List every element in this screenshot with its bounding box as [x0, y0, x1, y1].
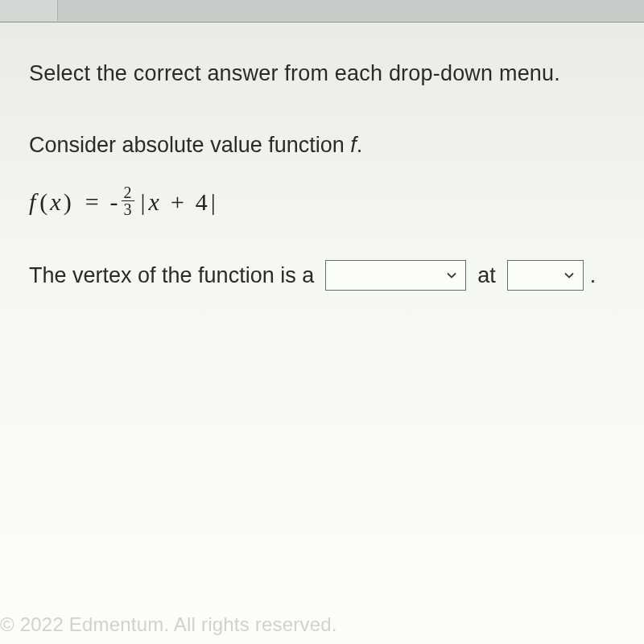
eq-neg: -	[110, 188, 118, 216]
eq-open-paren: (	[39, 188, 47, 216]
eq-plus: +	[171, 188, 184, 216]
eq-arg: x	[50, 188, 60, 216]
eq-rbar: |	[211, 188, 216, 216]
answer-sentence: The vertex of the function is a at .	[29, 260, 615, 291]
chevron-down-icon	[564, 270, 575, 281]
sentence-at: at	[477, 263, 496, 288]
tab-stub	[0, 0, 58, 21]
vertex-point-dropdown[interactable]	[507, 260, 584, 291]
sentence-period: .	[590, 263, 597, 288]
copyright-footer: © 2022 Edmentum. All rights reserved.	[0, 613, 337, 636]
eq-close-paren: )	[64, 188, 72, 216]
chevron-down-icon	[446, 270, 457, 281]
eq-fraction: 2 3	[122, 184, 134, 217]
consider-text: Consider absolute value function f.	[29, 133, 615, 158]
eq-four: 4	[196, 188, 208, 216]
eq-lbar: |	[141, 188, 146, 216]
equation: f ( x ) = - 2 3 | x + 4 |	[29, 185, 615, 218]
question-content: Select the correct answer from each drop…	[0, 23, 644, 291]
eq-frac-den: 3	[122, 201, 134, 217]
eq-inner-x: x	[149, 188, 159, 216]
sentence-part1: The vertex of the function is a	[29, 263, 314, 288]
instruction-text: Select the correct answer from each drop…	[29, 61, 615, 86]
eq-func: f	[29, 188, 35, 216]
eq-frac-num: 2	[122, 184, 134, 201]
consider-var: f	[350, 133, 357, 157]
window-top-bar	[0, 0, 644, 23]
consider-suffix: .	[357, 133, 363, 157]
vertex-type-dropdown[interactable]	[325, 260, 466, 291]
eq-equals: =	[85, 188, 99, 216]
consider-prefix: Consider absolute value function	[29, 133, 350, 157]
